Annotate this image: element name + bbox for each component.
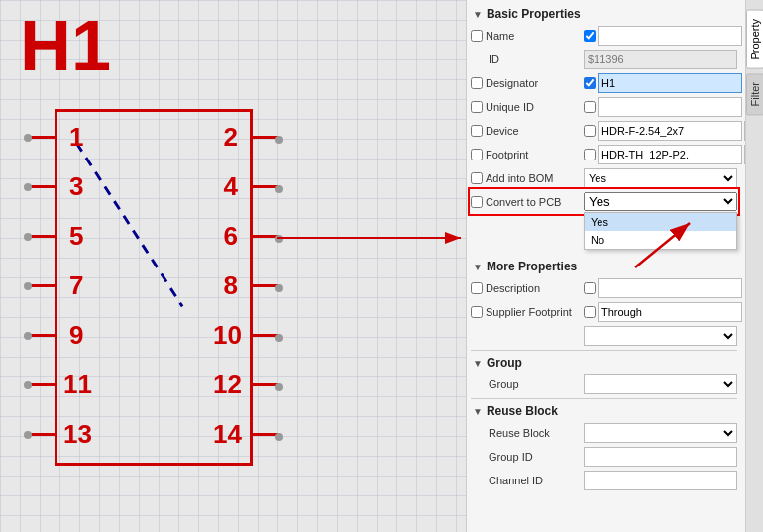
add-bom-select[interactable]: Yes No [584, 168, 737, 188]
footprint-input[interactable] [598, 145, 742, 164]
prop-label-footprint: Footprint [471, 149, 580, 160]
supplier-select[interactable] [584, 326, 737, 346]
supplier-footprint-input[interactable] [598, 302, 742, 322]
name-label-text: Name [486, 30, 514, 42]
prop-label-unique-id: Unique ID [471, 101, 580, 113]
section-reuse-block[interactable]: ▼ Reuse Block [471, 401, 737, 421]
prop-row-designator: Designator [471, 71, 737, 95]
footprint-checkbox-left[interactable] [471, 149, 483, 160]
convert-pcb-label-text: Convert to PCB [486, 196, 561, 208]
divider-1 [471, 350, 737, 351]
add-bom-checkbox-left[interactable] [471, 172, 483, 184]
svg-line-0 [76, 144, 182, 307]
pin-9-label: 9 [69, 320, 83, 351]
pin-1-left [28, 136, 57, 139]
designator-input[interactable] [598, 73, 742, 93]
prop-row-device: Device ··· [471, 119, 737, 143]
pin-12-right [250, 383, 279, 386]
device-checkbox-left[interactable] [471, 125, 483, 137]
device-label-text: Device [486, 125, 519, 137]
section-group-label: Group [487, 356, 522, 370]
device-checkbox-right[interactable] [584, 125, 596, 137]
group-id-label-text: Group ID [489, 451, 533, 463]
designator-checkbox-left[interactable] [471, 77, 483, 89]
group-id-input[interactable] [584, 447, 737, 467]
pin-11-left [28, 383, 57, 386]
prop-label-description: Description [471, 282, 580, 294]
prop-value-device: ··· [584, 121, 745, 141]
section-more-label: More Properties [487, 260, 577, 273]
pin-7-left [28, 284, 57, 287]
prop-label-add-bom: Add into BOM [471, 172, 580, 184]
name-input[interactable] [598, 26, 742, 46]
reuse-block-label-text: Reuse Block [489, 427, 550, 439]
pin-5-left [28, 235, 57, 238]
section-reuse-label: Reuse Block [487, 404, 558, 418]
unique-id-checkbox-right[interactable] [584, 101, 596, 113]
group-select[interactable] [584, 374, 737, 394]
pin-3-left [28, 185, 57, 188]
reuse-block-select[interactable] [584, 423, 737, 443]
pin-14-label: 14 [213, 419, 242, 450]
convert-pcb-select[interactable]: Yes No [584, 192, 737, 211]
id-input [584, 50, 737, 69]
footprint-checkbox-right[interactable] [584, 149, 596, 160]
divider-2 [471, 398, 737, 399]
prop-label-id: ID [471, 53, 580, 65]
unique-id-checkbox-left[interactable] [471, 101, 483, 113]
pin-5-label: 5 [69, 221, 83, 252]
prop-value-reuse-block [584, 423, 737, 443]
pin-14-right [250, 433, 279, 436]
supplier-dropdown-value [584, 326, 737, 346]
pin-12-label: 12 [213, 370, 242, 400]
vertical-tabs: Property Filter [745, 0, 763, 532]
supplier-footprint-checkbox-left[interactable] [471, 306, 483, 318]
pin-10-right [250, 334, 279, 337]
collapse-arrow-more: ▼ [473, 262, 483, 272]
footprint-label-text: Footprint [486, 149, 528, 160]
component-label: H1 [20, 10, 111, 81]
component-box: 1 3 5 7 9 11 13 2 4 6 8 10 [54, 109, 253, 466]
supplier-footprint-checkbox-right[interactable] [584, 306, 596, 318]
prop-row-group: Group [471, 372, 737, 396]
pin-1-label: 1 [69, 122, 83, 153]
section-group[interactable]: ▼ Group [471, 353, 737, 372]
dropdown-option-no[interactable]: No [585, 231, 736, 249]
prop-value-supplier-footprint [584, 302, 742, 322]
designator-checkbox-right[interactable] [584, 77, 596, 89]
panel-content: ▼ Basic Properties Name ID [467, 0, 745, 532]
prop-row-description: Description [471, 276, 737, 300]
convert-pcb-checkbox-left[interactable] [471, 196, 483, 208]
channel-id-input[interactable] [584, 471, 737, 490]
prop-row-supplier-footprint: Supplier Footprint [471, 300, 737, 324]
prop-value-name [584, 26, 742, 46]
description-checkbox-right[interactable] [584, 282, 596, 294]
device-input[interactable] [598, 121, 742, 141]
prop-row-id: ID [471, 48, 737, 71]
prop-row-unique-id: Unique ID [471, 95, 737, 119]
name-checkbox-right[interactable] [584, 30, 596, 42]
prop-value-group [584, 374, 737, 394]
pin-8-label: 8 [224, 270, 238, 301]
pin-13-left [28, 433, 57, 436]
prop-row-supplier-dropdown [471, 324, 737, 348]
unique-id-input[interactable] [598, 97, 742, 117]
add-bom-label-text: Add into BOM [486, 172, 553, 184]
pin-8-right [250, 284, 279, 287]
prop-row-channel-id: Channel ID [471, 469, 737, 492]
description-checkbox-left[interactable] [471, 282, 483, 294]
dropdown-option-yes[interactable]: Yes [585, 213, 736, 231]
right-panel: ▼ Basic Properties Name ID [466, 0, 763, 532]
description-input[interactable] [598, 278, 742, 298]
prop-value-add-bom: Yes No [584, 168, 737, 188]
prop-row-name: Name [471, 24, 737, 48]
tab-property[interactable]: Property [746, 10, 764, 69]
prop-label-group-id: Group ID [471, 451, 580, 463]
section-basic-properties[interactable]: ▼ Basic Properties [471, 4, 737, 24]
prop-value-description [584, 278, 742, 298]
prop-value-footprint: ··· [584, 145, 745, 164]
pin-10-label: 10 [213, 320, 242, 351]
section-more-properties[interactable]: ▼ More Properties [471, 257, 737, 276]
name-checkbox-left[interactable] [471, 30, 483, 42]
tab-filter[interactable]: Filter [746, 73, 764, 115]
